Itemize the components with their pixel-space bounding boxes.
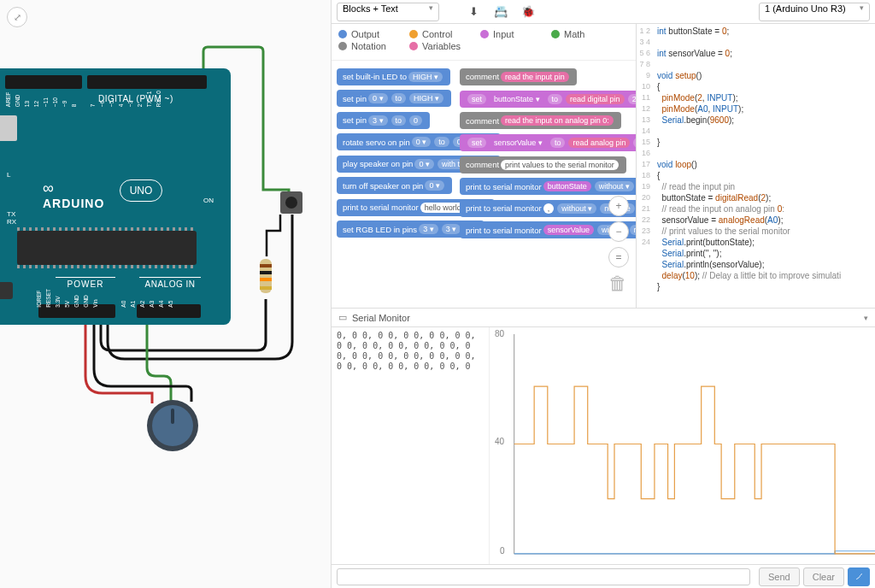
power-analog-labels: IOREFRESET3.3V5VGNDGNDVinA0A1A2A3A4A5: [36, 289, 174, 308]
digital-header-1[interactable]: [5, 75, 82, 89]
code-block[interactable]: set built-in LED to HIGH ▾: [337, 68, 450, 85]
blocks-workspace[interactable]: set built-in LED to HIGH ▾set pin 0 ▾toH…: [332, 61, 636, 300]
code-mode-dropdown[interactable]: Blocks + Text: [337, 3, 439, 21]
txrx-label: TXRX: [7, 210, 16, 226]
atmega-chip: [17, 231, 197, 265]
serial-header[interactable]: ▭ Serial Monitor ▾: [332, 309, 875, 327]
serial-input[interactable]: [337, 568, 750, 585]
potentiometer-component[interactable]: [147, 400, 198, 451]
code-block[interactable]: comment read the input on analog pin 0:: [460, 112, 621, 129]
resistor-component[interactable]: [258, 255, 273, 297]
plot-svg: [490, 327, 875, 564]
blocks-panel: OutputControlInputMathNotationVariables …: [332, 24, 637, 308]
code-block[interactable]: comment read the input pin: [460, 68, 577, 85]
arduino-board[interactable]: AREFGND1312~11~10~987~6~54~32TX→1RX←0 IO…: [0, 68, 231, 325]
code-block[interactable]: comment print values to the serial monit…: [460, 156, 626, 173]
arduino-brand: ARDUINO: [43, 197, 104, 210]
digital-section-label: DIGITAL (PWM ~): [98, 94, 173, 103]
serial-title: Serial Monitor: [352, 313, 410, 323]
serial-text-output[interactable]: 0, 0 0, 0 0, 0 0, 0 0, 0 0, 0 0, 0 0, 0 …: [332, 327, 490, 564]
pushbutton-component[interactable]: [279, 190, 304, 215]
code-block[interactable]: set pin 0 ▾toHIGH ▾: [337, 90, 451, 107]
code-text[interactable]: int buttonState = 0; int sensorValue = 0…: [657, 26, 873, 292]
category-input[interactable]: Input: [480, 29, 536, 39]
on-led-label: ON: [203, 197, 214, 204]
serial-icon[interactable]: 📇: [492, 3, 509, 21]
clear-button[interactable]: Clear: [803, 567, 844, 586]
power-section-label: POWER: [56, 277, 115, 289]
code-block[interactable]: setbuttonState ▾toread digital pin2 ▾: [460, 91, 637, 108]
zoom-reset-button[interactable]: =: [608, 247, 629, 268]
barrel-jack: [0, 282, 13, 299]
serial-monitor-icon: ▭: [338, 312, 347, 323]
trash-icon[interactable]: 🗑: [608, 273, 627, 295]
debug-icon[interactable]: 🐞: [520, 3, 537, 21]
code-editor[interactable]: 1 2 3 4 5 6 7 8 9 10 11 12 13 14 15 16 1…: [637, 24, 875, 308]
digital-header-2[interactable]: [87, 75, 207, 89]
circuit-canvas[interactable]: AREFGND1312~11~10~987~6~54~32TX→1RX←0 IO…: [0, 0, 332, 588]
category-variables[interactable]: Variables: [409, 41, 465, 51]
blocks-zoom-controls: + − =: [608, 196, 629, 268]
download-icon[interactable]: ⬇: [465, 3, 482, 21]
block-categories: OutputControlInputMathNotationVariables: [332, 24, 636, 61]
code-block[interactable]: set pin 3 ▾to0: [337, 112, 430, 129]
serial-collapse-icon[interactable]: ▾: [864, 314, 868, 322]
fit-view-button[interactable]: [7, 7, 27, 27]
usb-port: [0, 115, 17, 141]
plot-ytick-0: 0: [500, 546, 505, 556]
graph-toggle-button[interactable]: ⟋: [848, 567, 870, 586]
category-notation[interactable]: Notation: [338, 41, 394, 51]
code-block[interactable]: print to serial monitor buttonStatewitho…: [460, 178, 637, 195]
plot-ytick-40: 40: [495, 437, 504, 446]
serial-monitor-panel: ▭ Serial Monitor ▾ 0, 0 0, 0 0, 0 0, 0 0…: [332, 308, 875, 564]
send-button[interactable]: Send: [759, 567, 800, 586]
code-gutter: 1 2 3 4 5 6 7 8 9 10 11 12 13 14 15 16 1…: [637, 26, 654, 248]
analog-section-label: ANALOG IN: [139, 277, 201, 289]
component-dropdown[interactable]: 1 (Arduino Uno R3): [759, 3, 870, 21]
plot-ytick-80: 80: [495, 329, 504, 338]
category-math[interactable]: Math: [551, 29, 607, 39]
zoom-out-button[interactable]: −: [608, 221, 629, 242]
serial-input-bar: Send Clear ⟋: [332, 564, 875, 588]
serial-plot[interactable]: 80 40 0: [490, 327, 875, 564]
arduino-logo: ∞: [43, 179, 54, 197]
uno-badge: UNO: [120, 179, 162, 202]
category-output[interactable]: Output: [338, 29, 394, 39]
code-block[interactable]: turn off speaker on pin 0 ▾: [337, 177, 452, 194]
zoom-in-button[interactable]: +: [608, 196, 629, 216]
toolbar: Blocks + Text ⬇ 📇 🐞 1 (Arduino Uno R3): [332, 0, 875, 24]
code-block[interactable]: setsensorValue ▾toread analog pinA0 ▾: [460, 134, 637, 151]
l-led-label: L: [7, 171, 10, 179]
category-control[interactable]: Control: [409, 29, 465, 39]
